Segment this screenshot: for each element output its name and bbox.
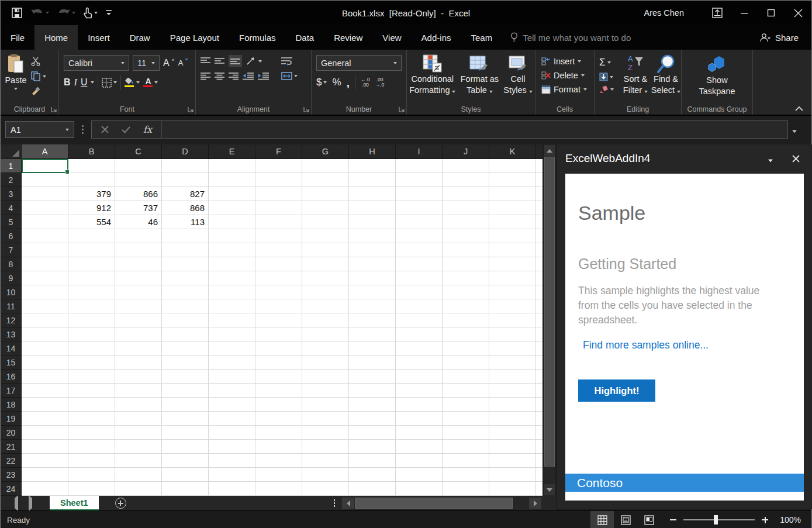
cell-I19[interactable] (396, 412, 443, 426)
autosum-button[interactable]: Σ (599, 57, 620, 68)
cell-C20[interactable] (115, 426, 162, 440)
cell-x18[interactable] (536, 398, 543, 412)
cell-E21[interactable] (209, 440, 255, 454)
namebox-splitter[interactable] (82, 125, 84, 134)
cell-E6[interactable] (209, 229, 255, 243)
cell-B5[interactable]: 554 (68, 215, 115, 229)
align-right-button[interactable] (229, 73, 239, 80)
cell-F23[interactable] (255, 468, 302, 482)
cell-J5[interactable] (443, 215, 489, 229)
cell-F11[interactable] (255, 299, 302, 313)
tab-home[interactable]: Home (34, 25, 78, 50)
cell-J1[interactable] (443, 159, 489, 173)
cell-J13[interactable] (443, 327, 489, 341)
cell-J17[interactable] (443, 384, 489, 398)
cell-F9[interactable] (255, 271, 302, 285)
cell-J21[interactable] (443, 440, 489, 454)
cell-A11[interactable] (22, 299, 68, 313)
cell-J12[interactable] (443, 313, 489, 327)
cell-F14[interactable] (255, 341, 302, 356)
cell-C23[interactable] (115, 468, 162, 482)
cell-G21[interactable] (302, 440, 349, 454)
row-header-12[interactable]: 12 (1, 313, 22, 327)
tab-add-ins[interactable]: Add-ins (412, 25, 461, 50)
cell-A1[interactable] (22, 159, 68, 173)
close-button[interactable] (785, 1, 811, 25)
cell-J16[interactable] (443, 370, 489, 384)
cell-B3[interactable]: 379 (68, 187, 115, 201)
cell-G20[interactable] (302, 426, 349, 440)
name-box[interactable]: A1 (5, 121, 74, 138)
cell-I4[interactable] (396, 201, 443, 215)
cell-C4[interactable]: 737 (115, 201, 162, 215)
cell-B11[interactable] (68, 299, 115, 313)
find-samples-link[interactable]: Find more samples online... (583, 339, 709, 351)
format-cells-button[interactable]: Format (541, 85, 594, 94)
cell-D17[interactable] (162, 384, 209, 398)
align-top-button[interactable] (201, 57, 210, 65)
row-header-13[interactable]: 13 (1, 327, 22, 341)
cell-I12[interactable] (396, 313, 443, 327)
ribbon-display-options-button[interactable] (704, 1, 731, 25)
cell-A21[interactable] (22, 440, 68, 454)
cell-C1[interactable] (115, 159, 162, 173)
cell-G12[interactable] (302, 313, 349, 327)
zoom-slider[interactable] (683, 519, 755, 520)
cell-K14[interactable] (489, 341, 536, 356)
cell-x2[interactable] (536, 173, 543, 187)
cell-D21[interactable] (162, 440, 209, 454)
column-header-D[interactable]: D (162, 144, 209, 159)
row-header-2[interactable]: 2 (1, 173, 22, 187)
row-header-17[interactable]: 17 (1, 384, 22, 398)
cell-I8[interactable] (396, 257, 443, 271)
cell-G2[interactable] (302, 173, 349, 187)
row-header-20[interactable]: 20 (1, 426, 22, 440)
merge-center-button[interactable] (281, 72, 298, 80)
cell-A5[interactable] (22, 215, 68, 229)
cell-K10[interactable] (489, 285, 536, 299)
taskpane-close-button[interactable] (792, 155, 800, 163)
orientation-button[interactable] (246, 57, 262, 65)
cell-K5[interactable] (489, 215, 536, 229)
increase-decimal-button[interactable]: ←.0.00 (361, 77, 370, 88)
cell-F12[interactable] (255, 313, 302, 327)
clipboard-dialog-launcher[interactable] (51, 106, 57, 112)
row-header-24[interactable]: 24 (1, 482, 22, 496)
cell-G1[interactable] (302, 159, 349, 173)
font-dialog-launcher[interactable] (188, 106, 194, 112)
cell-B19[interactable] (68, 412, 115, 426)
cell-D10[interactable] (162, 285, 209, 299)
fill-color-button[interactable] (125, 78, 140, 88)
cell-H1[interactable] (349, 159, 396, 173)
cell-J9[interactable] (443, 271, 489, 285)
cell-I11[interactable] (396, 299, 443, 313)
cell-K17[interactable] (489, 384, 536, 398)
cell-B9[interactable] (68, 271, 115, 285)
cell-F24[interactable] (255, 482, 302, 496)
row-header-16[interactable]: 16 (1, 370, 22, 384)
cell-E15[interactable] (209, 356, 255, 370)
cell-K9[interactable] (489, 271, 536, 285)
cell-A17[interactable] (22, 384, 68, 398)
cell-A19[interactable] (22, 412, 68, 426)
cell-K23[interactable] (489, 468, 536, 482)
cell-C24[interactable] (115, 482, 162, 496)
row-header-23[interactable]: 23 (1, 468, 22, 482)
cell-I9[interactable] (396, 271, 443, 285)
tab-file[interactable]: File (1, 25, 34, 50)
cell-C10[interactable] (115, 285, 162, 299)
cell-I14[interactable] (396, 341, 443, 356)
cell-G9[interactable] (302, 271, 349, 285)
cell-E7[interactable] (209, 243, 255, 257)
cell-K6[interactable] (489, 229, 536, 243)
row-header-3[interactable]: 3 (1, 187, 22, 201)
cell-I20[interactable] (396, 426, 443, 440)
cell-K24[interactable] (489, 482, 536, 496)
decrease-indent-button[interactable] (243, 73, 254, 80)
cell-E2[interactable] (209, 173, 255, 187)
scroll-left-button[interactable] (342, 498, 354, 509)
touch-mouse-mode-button[interactable] (84, 7, 98, 19)
cell-C12[interactable] (115, 313, 162, 327)
cell-K13[interactable] (489, 327, 536, 341)
cell-C9[interactable] (115, 271, 162, 285)
